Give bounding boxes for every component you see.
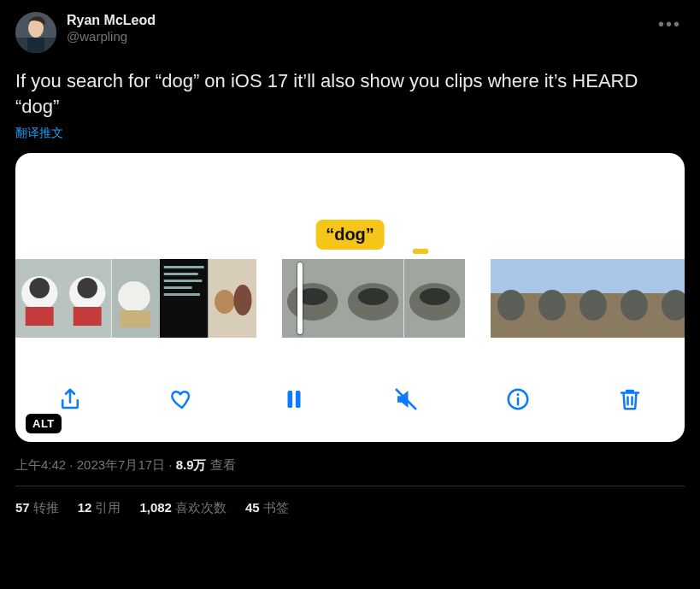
author-block[interactable]: Ryan McLeod @warpling bbox=[67, 12, 655, 45]
svg-rect-11 bbox=[74, 307, 102, 326]
thumbnail bbox=[491, 259, 532, 338]
thumbnail bbox=[655, 259, 685, 338]
media-toolbar bbox=[15, 377, 685, 421]
svg-point-32 bbox=[419, 288, 450, 305]
thumbnail bbox=[282, 259, 343, 338]
tweet-meta[interactable]: 上午4:422023年7月17日8.9万 查看 bbox=[15, 457, 685, 474]
svg-point-56 bbox=[517, 393, 520, 396]
svg-rect-3 bbox=[27, 38, 44, 53]
tweet-header: Ryan McLeod @warpling ••• bbox=[15, 12, 685, 53]
svg-point-22 bbox=[215, 290, 235, 314]
svg-rect-42 bbox=[614, 259, 655, 293]
thumbnail bbox=[614, 259, 655, 338]
svg-point-10 bbox=[78, 278, 98, 298]
svg-point-38 bbox=[538, 290, 566, 321]
tweet-container: Ryan McLeod @warpling ••• If you search … bbox=[0, 0, 700, 516]
thumbnail bbox=[63, 259, 111, 338]
svg-point-23 bbox=[233, 285, 251, 315]
svg-point-44 bbox=[621, 290, 648, 321]
likes-stat[interactable]: 1,082喜欢次数 bbox=[139, 500, 226, 516]
svg-point-29 bbox=[358, 288, 389, 305]
video-scrubber[interactable] bbox=[15, 259, 685, 338]
svg-rect-20 bbox=[164, 293, 200, 296]
svg-rect-52 bbox=[296, 391, 301, 408]
svg-rect-17 bbox=[164, 273, 198, 275]
thumbnail bbox=[573, 259, 614, 338]
scrubber-playhead[interactable] bbox=[297, 262, 303, 334]
svg-point-35 bbox=[497, 290, 525, 321]
caption-chip: “dog” bbox=[315, 220, 385, 250]
svg-rect-15 bbox=[160, 259, 208, 338]
info-icon[interactable] bbox=[501, 382, 535, 416]
mute-icon[interactable] bbox=[389, 382, 423, 416]
media-card[interactable]: “dog” bbox=[15, 153, 685, 442]
clip-group-3 bbox=[491, 259, 685, 338]
tweet-time: 上午4:42 bbox=[15, 457, 66, 472]
timeline-marker bbox=[413, 249, 428, 254]
display-name: Ryan McLeod bbox=[67, 12, 655, 29]
svg-point-41 bbox=[579, 290, 607, 321]
alt-badge[interactable]: ALT bbox=[26, 414, 62, 433]
svg-rect-51 bbox=[288, 391, 293, 408]
svg-rect-19 bbox=[164, 286, 192, 289]
svg-rect-7 bbox=[26, 307, 54, 326]
svg-point-13 bbox=[118, 281, 150, 312]
tweet-text: If you search for “dog” on iOS 17 it’ll … bbox=[15, 68, 685, 119]
quotes-stat[interactable]: 12引用 bbox=[78, 500, 121, 516]
thumbnail bbox=[343, 259, 403, 338]
trash-icon[interactable] bbox=[613, 382, 647, 416]
svg-rect-18 bbox=[164, 280, 203, 282]
retweets-stat[interactable]: 57转推 bbox=[15, 500, 59, 516]
clip-group-2 bbox=[282, 259, 465, 338]
thumbnail bbox=[160, 259, 208, 338]
share-icon[interactable] bbox=[53, 382, 87, 416]
svg-rect-16 bbox=[164, 266, 204, 268]
views-label: 查看 bbox=[210, 457, 236, 472]
svg-rect-36 bbox=[532, 259, 573, 293]
bookmarks-stat[interactable]: 45书签 bbox=[245, 500, 289, 516]
pause-icon[interactable] bbox=[277, 382, 311, 416]
clip-group-1 bbox=[15, 259, 256, 338]
svg-rect-33 bbox=[491, 259, 532, 293]
handle: @warpling bbox=[67, 29, 655, 45]
thumbnail bbox=[209, 259, 256, 338]
translate-link[interactable]: 翻译推文 bbox=[15, 126, 685, 141]
avatar[interactable] bbox=[15, 12, 56, 53]
svg-rect-14 bbox=[120, 310, 150, 327]
thumbnail bbox=[112, 259, 160, 338]
thumbnail bbox=[532, 259, 573, 338]
svg-rect-45 bbox=[655, 259, 685, 293]
more-icon[interactable]: ••• bbox=[655, 12, 685, 36]
thumbnail bbox=[404, 259, 465, 338]
tweet-stats: 57转推 12引用 1,082喜欢次数 45书签 bbox=[15, 486, 685, 516]
heart-icon[interactable] bbox=[165, 382, 199, 416]
svg-point-6 bbox=[29, 278, 50, 298]
svg-rect-39 bbox=[573, 259, 614, 293]
views-count: 8.9万 bbox=[176, 457, 207, 472]
tweet-date: 2023年7月17日 bbox=[77, 457, 165, 472]
thumbnail bbox=[15, 259, 63, 338]
